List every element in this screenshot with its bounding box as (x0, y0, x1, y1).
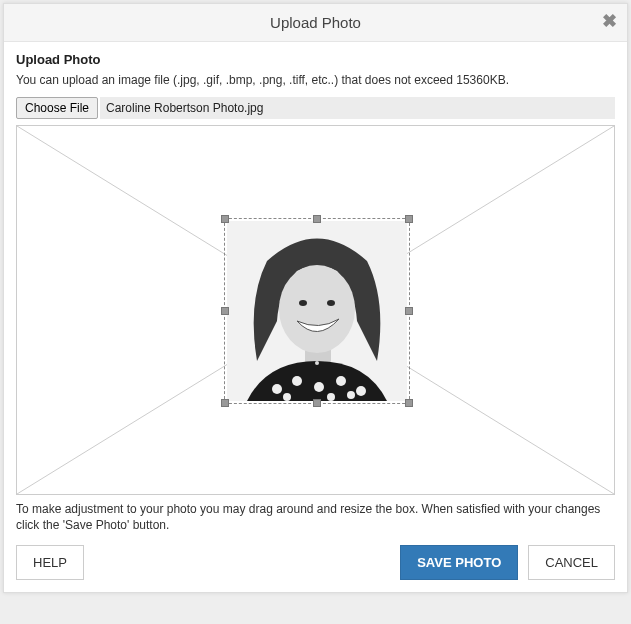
crop-handle-n[interactable] (313, 215, 321, 223)
section-title: Upload Photo (16, 52, 615, 67)
modal-body: Upload Photo You can upload an image fil… (4, 42, 627, 592)
photo-canvas[interactable] (16, 125, 615, 495)
file-picker-row: Choose File (16, 97, 615, 119)
save-photo-button[interactable]: SAVE PHOTO (400, 545, 518, 580)
crop-selection[interactable] (224, 218, 410, 404)
crop-handle-sw[interactable] (221, 399, 229, 407)
crop-instructions: To make adjustment to your photo you may… (16, 501, 615, 533)
modal-footer: HELP SAVE PHOTO CANCEL (16, 545, 615, 580)
crop-handle-nw[interactable] (221, 215, 229, 223)
crop-handle-w[interactable] (221, 307, 229, 315)
filename-field[interactable] (100, 97, 615, 119)
choose-file-button[interactable]: Choose File (16, 97, 98, 119)
crop-handle-s[interactable] (313, 399, 321, 407)
help-button[interactable]: HELP (16, 545, 84, 580)
modal-title: Upload Photo (270, 14, 361, 31)
crop-handle-se[interactable] (405, 399, 413, 407)
crop-handle-ne[interactable] (405, 215, 413, 223)
modal-header: Upload Photo ✖ (4, 4, 627, 42)
cancel-button[interactable]: CANCEL (528, 545, 615, 580)
upload-photo-modal: Upload Photo ✖ Upload Photo You can uplo… (3, 3, 628, 593)
upload-hint: You can upload an image file (.jpg, .gif… (16, 73, 615, 87)
close-icon[interactable]: ✖ (602, 12, 617, 30)
crop-handle-e[interactable] (405, 307, 413, 315)
